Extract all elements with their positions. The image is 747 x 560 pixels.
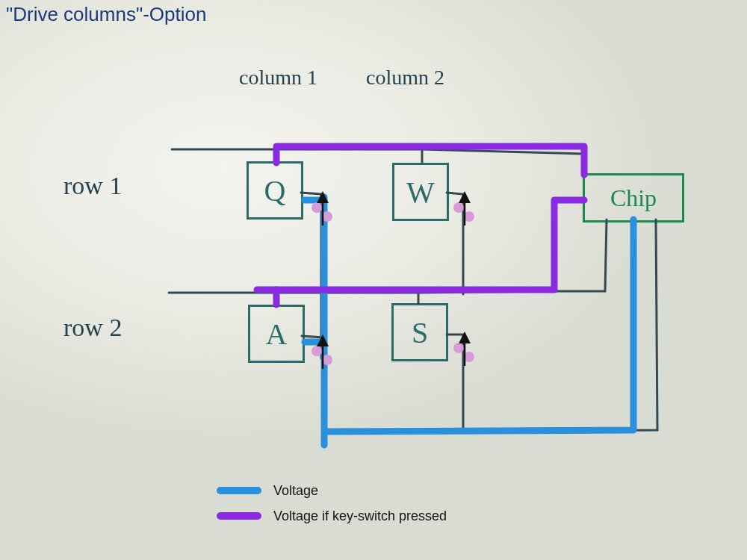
key-A: A	[248, 305, 305, 363]
legend-label: Voltage	[273, 483, 318, 499]
svg-point-10	[464, 352, 474, 362]
key-Q: Q	[247, 161, 303, 220]
svg-point-6	[311, 346, 322, 356]
svg-marker-5	[459, 191, 471, 203]
svg-marker-11	[459, 332, 471, 343]
svg-point-3	[453, 202, 464, 213]
diagram-canvas: "Drive columns"-Option column 1 column 2…	[0, 0, 747, 560]
row-label-2: row 2	[63, 314, 122, 342]
diode-icon	[453, 332, 474, 366]
svg-point-4	[464, 211, 474, 222]
svg-marker-2	[317, 191, 329, 203]
svg-point-9	[453, 343, 464, 353]
svg-point-0	[311, 202, 322, 213]
legend-row-voltage: Voltage	[217, 478, 447, 503]
legend-swatch-blue	[217, 487, 261, 494]
legend-label: Voltage if key-switch pressed	[273, 508, 447, 524]
key-S: S	[391, 303, 448, 361]
diagram-title: "Drive columns"-Option	[6, 3, 206, 26]
legend: Voltage Voltage if key-switch pressed	[217, 478, 447, 529]
diode-icon	[311, 191, 332, 225]
legend-swatch-purple	[217, 512, 261, 520]
key-W: W	[392, 163, 449, 221]
svg-marker-8	[317, 335, 329, 346]
legend-row-voltage-pressed: Voltage if key-switch pressed	[217, 503, 447, 529]
voltage-path	[324, 197, 633, 445]
chip-box: Chip	[583, 173, 684, 223]
column-header-1: column 1	[239, 66, 317, 90]
svg-point-7	[322, 355, 332, 365]
row-label-1: row 1	[63, 172, 122, 200]
svg-point-1	[322, 211, 332, 222]
diode-icon	[311, 335, 332, 369]
column-header-2: column 2	[366, 66, 444, 90]
diode-icon	[453, 191, 474, 225]
